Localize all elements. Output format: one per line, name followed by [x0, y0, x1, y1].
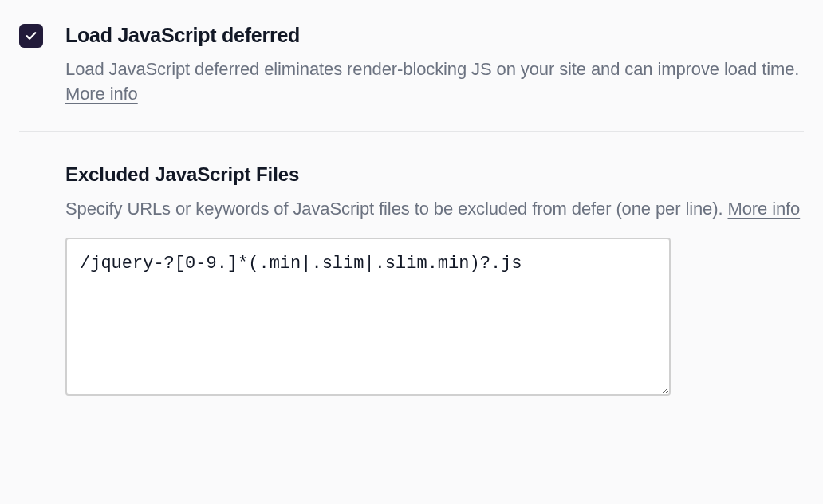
excluded-description: Specify URLs or keywords of JavaScript f…: [65, 196, 804, 222]
excluded-description-text: Specify URLs or keywords of JavaScript f…: [65, 199, 727, 219]
defer-more-info-link[interactable]: More info: [65, 84, 138, 104]
excluded-files-textarea[interactable]: [65, 238, 671, 396]
defer-content: Load JavaScript deferred Load JavaScript…: [65, 22, 804, 107]
excluded-more-info-link[interactable]: More info: [727, 199, 800, 219]
defer-option-row: Load JavaScript deferred Load JavaScript…: [19, 22, 804, 107]
defer-description-text: Load JavaScript deferred eliminates rend…: [65, 59, 799, 79]
check-icon: [24, 29, 38, 43]
defer-title: Load JavaScript deferred: [65, 22, 804, 49]
excluded-section: Excluded JavaScript Files Specify URLs o…: [19, 162, 804, 399]
section-divider: [19, 131, 804, 132]
defer-description: Load JavaScript deferred eliminates rend…: [65, 57, 804, 108]
excluded-title: Excluded JavaScript Files: [65, 162, 804, 187]
defer-checkbox[interactable]: [19, 24, 43, 48]
